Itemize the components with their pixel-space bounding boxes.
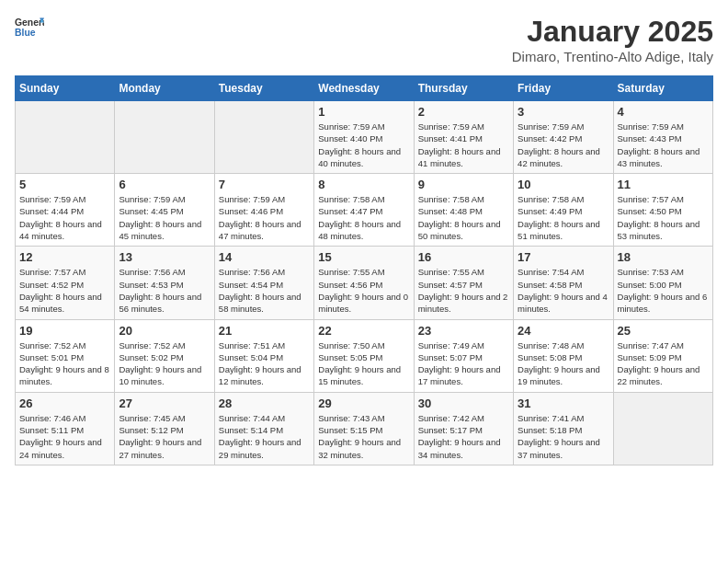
day-number: 31 — [518, 396, 609, 410]
table-row: 31Sunrise: 7:41 AM Sunset: 5:18 PM Dayli… — [514, 392, 613, 465]
day-info: Sunrise: 7:48 AM Sunset: 5:08 PM Dayligh… — [518, 339, 609, 388]
header-friday: Friday — [514, 76, 613, 101]
day-number: 14 — [219, 250, 310, 264]
table-row: 11Sunrise: 7:57 AM Sunset: 4:50 PM Dayli… — [613, 174, 712, 247]
day-info: Sunrise: 7:52 AM Sunset: 5:02 PM Dayligh… — [119, 339, 210, 388]
table-row: 30Sunrise: 7:42 AM Sunset: 5:17 PM Dayli… — [414, 392, 513, 465]
table-row: 5Sunrise: 7:59 AM Sunset: 4:44 PM Daylig… — [16, 174, 115, 247]
day-info: Sunrise: 7:54 AM Sunset: 4:58 PM Dayligh… — [518, 266, 609, 315]
day-info: Sunrise: 7:49 AM Sunset: 5:07 PM Dayligh… — [418, 339, 509, 388]
calendar-table: Sunday Monday Tuesday Wednesday Thursday… — [15, 75, 713, 465]
table-row: 6Sunrise: 7:59 AM Sunset: 4:45 PM Daylig… — [115, 174, 214, 247]
table-row: 10Sunrise: 7:58 AM Sunset: 4:49 PM Dayli… — [514, 174, 613, 247]
day-number: 30 — [418, 396, 509, 410]
table-row: 12Sunrise: 7:57 AM Sunset: 4:52 PM Dayli… — [16, 247, 115, 319]
table-row: 2Sunrise: 7:59 AM Sunset: 4:41 PM Daylig… — [414, 101, 513, 174]
logo: General Blue — [15, 15, 44, 40]
day-number: 9 — [418, 178, 509, 191]
day-number: 12 — [19, 250, 110, 264]
table-row: 3Sunrise: 7:59 AM Sunset: 4:42 PM Daylig… — [514, 101, 613, 174]
day-number: 1 — [318, 105, 409, 119]
table-row — [613, 392, 712, 465]
day-info: Sunrise: 7:55 AM Sunset: 4:57 PM Dayligh… — [418, 266, 509, 315]
day-info: Sunrise: 7:50 AM Sunset: 5:05 PM Dayligh… — [318, 339, 409, 388]
day-info: Sunrise: 7:51 AM Sunset: 5:04 PM Dayligh… — [219, 339, 310, 388]
table-row: 14Sunrise: 7:56 AM Sunset: 4:54 PM Dayli… — [214, 247, 313, 319]
day-info: Sunrise: 7:42 AM Sunset: 5:17 PM Dayligh… — [418, 412, 509, 461]
day-number: 28 — [219, 396, 310, 410]
day-info: Sunrise: 7:45 AM Sunset: 5:12 PM Dayligh… — [119, 412, 210, 461]
table-row: 20Sunrise: 7:52 AM Sunset: 5:02 PM Dayli… — [115, 319, 214, 392]
day-info: Sunrise: 7:57 AM Sunset: 4:52 PM Dayligh… — [19, 266, 110, 315]
title-area: January 2025 Dimaro, Trentino-Alto Adige… — [512, 15, 713, 64]
day-number: 5 — [19, 178, 110, 191]
header-sunday: Sunday — [16, 76, 115, 101]
header-monday: Monday — [115, 76, 214, 101]
table-row: 29Sunrise: 7:43 AM Sunset: 5:15 PM Dayli… — [314, 392, 414, 465]
table-row: 27Sunrise: 7:45 AM Sunset: 5:12 PM Dayli… — [115, 392, 214, 465]
day-info: Sunrise: 7:47 AM Sunset: 5:09 PM Dayligh… — [618, 339, 709, 388]
table-row: 8Sunrise: 7:58 AM Sunset: 4:47 PM Daylig… — [314, 174, 414, 247]
day-number: 24 — [518, 324, 609, 338]
table-row: 22Sunrise: 7:50 AM Sunset: 5:05 PM Dayli… — [314, 319, 414, 392]
day-info: Sunrise: 7:43 AM Sunset: 5:15 PM Dayligh… — [318, 412, 409, 461]
table-row: 1Sunrise: 7:59 AM Sunset: 4:40 PM Daylig… — [314, 101, 414, 174]
table-row: 4Sunrise: 7:59 AM Sunset: 4:43 PM Daylig… — [613, 101, 712, 174]
header-tuesday: Tuesday — [214, 76, 313, 101]
day-number: 15 — [318, 250, 409, 264]
table-row: 18Sunrise: 7:53 AM Sunset: 5:00 PM Dayli… — [613, 247, 712, 319]
day-info: Sunrise: 7:53 AM Sunset: 5:00 PM Dayligh… — [618, 266, 709, 315]
table-row — [214, 101, 313, 174]
svg-text:Blue: Blue — [15, 28, 36, 38]
day-info: Sunrise: 7:56 AM Sunset: 4:53 PM Dayligh… — [119, 266, 210, 315]
day-number: 13 — [119, 250, 210, 264]
calendar-week-row: 1Sunrise: 7:59 AM Sunset: 4:40 PM Daylig… — [16, 101, 713, 174]
calendar-week-row: 26Sunrise: 7:46 AM Sunset: 5:11 PM Dayli… — [16, 392, 713, 465]
table-row: 9Sunrise: 7:58 AM Sunset: 4:48 PM Daylig… — [414, 174, 513, 247]
day-number: 20 — [119, 324, 210, 338]
day-info: Sunrise: 7:59 AM Sunset: 4:40 PM Dayligh… — [318, 121, 409, 169]
header-saturday: Saturday — [613, 76, 712, 101]
svg-text:General: General — [15, 17, 44, 28]
day-info: Sunrise: 7:59 AM Sunset: 4:42 PM Dayligh… — [518, 121, 609, 169]
table-row: 7Sunrise: 7:59 AM Sunset: 4:46 PM Daylig… — [214, 174, 313, 247]
header-wednesday: Wednesday — [314, 76, 414, 101]
day-number: 10 — [518, 178, 609, 191]
day-number: 2 — [418, 105, 509, 119]
table-row: 19Sunrise: 7:52 AM Sunset: 5:01 PM Dayli… — [16, 319, 115, 392]
table-row — [16, 101, 115, 174]
table-row: 26Sunrise: 7:46 AM Sunset: 5:11 PM Dayli… — [16, 392, 115, 465]
day-info: Sunrise: 7:46 AM Sunset: 5:11 PM Dayligh… — [19, 412, 110, 461]
day-number: 22 — [318, 324, 409, 338]
day-info: Sunrise: 7:55 AM Sunset: 4:56 PM Dayligh… — [318, 266, 409, 315]
day-info: Sunrise: 7:52 AM Sunset: 5:01 PM Dayligh… — [19, 339, 110, 388]
calendar-week-row: 19Sunrise: 7:52 AM Sunset: 5:01 PM Dayli… — [16, 319, 713, 392]
day-info: Sunrise: 7:59 AM Sunset: 4:41 PM Dayligh… — [418, 121, 509, 169]
day-number: 11 — [618, 178, 709, 191]
day-number: 4 — [618, 105, 709, 119]
day-info: Sunrise: 7:56 AM Sunset: 4:54 PM Dayligh… — [219, 266, 310, 315]
table-row: 13Sunrise: 7:56 AM Sunset: 4:53 PM Dayli… — [115, 247, 214, 319]
day-info: Sunrise: 7:57 AM Sunset: 4:50 PM Dayligh… — [618, 193, 709, 242]
day-number: 23 — [418, 324, 509, 338]
day-number: 7 — [219, 178, 310, 191]
day-number: 21 — [219, 324, 310, 338]
day-info: Sunrise: 7:58 AM Sunset: 4:47 PM Dayligh… — [318, 193, 409, 242]
weekday-header-row: Sunday Monday Tuesday Wednesday Thursday… — [16, 76, 713, 101]
calendar-title: January 2025 — [512, 15, 713, 49]
table-row: 17Sunrise: 7:54 AM Sunset: 4:58 PM Dayli… — [514, 247, 613, 319]
day-info: Sunrise: 7:58 AM Sunset: 4:49 PM Dayligh… — [518, 193, 609, 242]
table-row: 28Sunrise: 7:44 AM Sunset: 5:14 PM Dayli… — [214, 392, 313, 465]
day-info: Sunrise: 7:41 AM Sunset: 5:18 PM Dayligh… — [518, 412, 609, 461]
table-row: 23Sunrise: 7:49 AM Sunset: 5:07 PM Dayli… — [414, 319, 513, 392]
day-info: Sunrise: 7:44 AM Sunset: 5:14 PM Dayligh… — [219, 412, 310, 461]
day-number: 6 — [119, 178, 210, 191]
day-info: Sunrise: 7:59 AM Sunset: 4:45 PM Dayligh… — [119, 193, 210, 242]
table-row: 25Sunrise: 7:47 AM Sunset: 5:09 PM Dayli… — [613, 319, 712, 392]
day-number: 16 — [418, 250, 509, 264]
day-number: 27 — [119, 396, 210, 410]
header-thursday: Thursday — [414, 76, 513, 101]
calendar-week-row: 5Sunrise: 7:59 AM Sunset: 4:44 PM Daylig… — [16, 174, 713, 247]
day-info: Sunrise: 7:59 AM Sunset: 4:44 PM Dayligh… — [19, 193, 110, 242]
day-info: Sunrise: 7:59 AM Sunset: 4:46 PM Dayligh… — [219, 193, 310, 242]
